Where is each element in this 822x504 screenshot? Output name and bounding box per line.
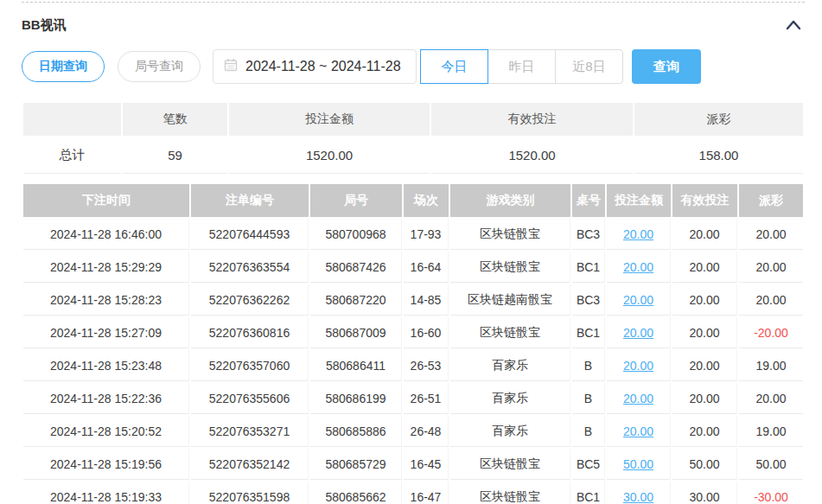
records-header-cell: 派彩	[739, 184, 803, 217]
record-bet-number: 522076360816	[191, 317, 309, 348]
record-valid-bet: 20.00	[672, 219, 737, 250]
summary-total-label: 总计	[23, 137, 121, 174]
record-valid-bet: 30.00	[672, 482, 737, 504]
record-bet-amount-link[interactable]: 30.00	[607, 482, 671, 504]
record-valid-bet: 20.00	[672, 383, 737, 414]
record-bet-amount-link[interactable]: 20.00	[607, 416, 671, 447]
summary-header-cell	[23, 103, 121, 136]
record-payout: -20.00	[739, 317, 803, 348]
record-session: 16-45	[404, 449, 449, 480]
record-round-number: 580685886	[310, 416, 402, 447]
record-bet-number: 522076352142	[191, 449, 309, 480]
date-range-value: 2024-11-28 ~ 2024-11-28	[245, 59, 401, 74]
summary-header-cell: 投注金额	[229, 103, 430, 136]
record-row: 2024-11-28 15:19:33 522076351598 5806856…	[23, 482, 803, 504]
bet-amount-link-text[interactable]: 20.00	[623, 260, 653, 274]
date-query-tab[interactable]: 日期查询	[22, 51, 105, 82]
record-row: 2024-11-28 15:28:23 522076362262 5806872…	[23, 284, 803, 316]
record-game-type: 区块链骰宝	[450, 317, 570, 348]
quick-filter-button[interactable]: 昨日	[487, 49, 556, 84]
record-time: 2024-11-28 15:19:56	[23, 449, 189, 480]
record-table-number: BC1	[572, 482, 605, 504]
record-payout: 20.00	[739, 383, 803, 414]
bet-amount-link-text[interactable]: 20.00	[623, 293, 653, 307]
record-table-number: BC3	[572, 284, 605, 316]
record-payout: 19.00	[739, 350, 803, 381]
record-valid-bet: 50.00	[672, 449, 737, 480]
record-bet-number: 522076353271	[191, 416, 309, 447]
record-time: 2024-11-28 15:20:52	[23, 416, 189, 447]
record-bet-number: 522076351598	[191, 482, 309, 504]
record-round-number: 580686199	[310, 383, 402, 414]
round-query-tab[interactable]: 局号查询	[118, 51, 201, 82]
record-bet-number: 522076363554	[191, 252, 309, 283]
record-valid-bet: 20.00	[672, 416, 737, 447]
record-time: 2024-11-28 15:28:23	[23, 284, 189, 316]
bet-amount-link-text[interactable]: 20.00	[623, 359, 653, 373]
summary-valid-bet: 1520.00	[431, 137, 633, 174]
record-valid-bet: 20.00	[672, 350, 737, 381]
bet-amount-link-text[interactable]: 30.00	[623, 490, 653, 504]
record-time: 2024-11-28 15:29:29	[23, 252, 189, 283]
record-row: 2024-11-28 15:20:52 522076353271 5806858…	[23, 416, 803, 447]
record-row: 2024-11-28 15:22:36 522076355606 5806861…	[23, 383, 803, 414]
quick-filter-button[interactable]: 今日	[420, 49, 488, 84]
record-payout: 20.00	[739, 252, 803, 283]
record-game-type: 区块链骰宝	[450, 449, 570, 480]
record-session: 16-47	[404, 482, 449, 504]
record-payout: 20.00	[739, 284, 803, 316]
record-bet-amount-link[interactable]: 20.00	[607, 317, 671, 348]
records-header-cell: 下注时间	[23, 184, 189, 217]
record-table-number: B	[572, 416, 605, 447]
records-header-cell: 局号	[310, 184, 402, 217]
top-divider	[22, 2, 805, 3]
records-body: 2024-11-28 16:46:00 522076444593 5807009…	[23, 219, 803, 504]
record-bet-amount-link[interactable]: 20.00	[607, 219, 671, 250]
record-game-type: 区块链骰宝	[450, 219, 570, 250]
record-time: 2024-11-28 15:22:36	[23, 383, 189, 414]
bet-amount-link-text[interactable]: 50.00	[623, 457, 653, 471]
bet-amount-link-text[interactable]: 20.00	[623, 326, 653, 340]
summary-header-cell: 派彩	[634, 103, 803, 136]
calendar-icon	[224, 58, 238, 75]
record-bet-number: 522076444593	[191, 219, 309, 250]
bet-amount-link-text[interactable]: 20.00	[623, 227, 653, 241]
records-header-cell: 场次	[404, 184, 449, 217]
record-payout: 50.00	[739, 449, 803, 480]
summary-bet-amount: 1520.00	[229, 137, 430, 174]
record-bet-amount-link[interactable]: 50.00	[607, 449, 671, 480]
record-bet-amount-link[interactable]: 20.00	[607, 383, 671, 414]
record-session: 14-85	[404, 284, 449, 316]
record-table-number: BC3	[572, 219, 605, 250]
record-table-number: B	[572, 383, 605, 414]
record-session: 26-53	[404, 350, 449, 381]
collapse-section-button[interactable]	[782, 16, 805, 34]
record-payout: 19.00	[739, 416, 803, 447]
records-header-cell: 桌号	[572, 184, 605, 217]
summary-total-row: 总计 59 1520.00 1520.00 158.00	[23, 137, 803, 174]
record-game-type: 区块链骰宝	[450, 482, 570, 504]
record-round-number: 580700968	[310, 219, 402, 250]
record-time: 2024-11-28 15:19:33	[23, 482, 189, 504]
record-table-number: BC1	[572, 317, 605, 348]
records-header-cell: 游戏类别	[450, 184, 570, 217]
summary-header-cell: 有效投注	[431, 103, 633, 136]
record-row: 2024-11-28 15:27:09 522076360816 5806870…	[23, 317, 803, 348]
record-row: 2024-11-28 15:29:29 522076363554 5806874…	[23, 252, 803, 283]
search-button[interactable]: 查询	[632, 49, 701, 84]
record-time: 2024-11-28 15:27:09	[23, 317, 189, 348]
record-time: 2024-11-28 16:46:00	[23, 219, 189, 250]
record-row: 2024-11-28 15:19:56 522076352142 5806857…	[23, 449, 803, 480]
record-session: 26-48	[404, 416, 449, 447]
record-bet-amount-link[interactable]: 20.00	[607, 350, 671, 381]
quick-filter-button[interactable]: 近8日	[555, 49, 623, 84]
page-title: BB视讯	[22, 17, 67, 34]
date-range-input[interactable]: 2024-11-28 ~ 2024-11-28	[213, 49, 417, 84]
record-bet-number: 522076362262	[191, 284, 309, 316]
record-valid-bet: 20.00	[672, 284, 737, 316]
record-session: 17-93	[404, 219, 449, 250]
record-bet-amount-link[interactable]: 20.00	[607, 284, 671, 316]
bet-amount-link-text[interactable]: 20.00	[623, 392, 653, 405]
record-bet-amount-link[interactable]: 20.00	[607, 252, 671, 283]
bet-amount-link-text[interactable]: 20.00	[623, 424, 653, 438]
